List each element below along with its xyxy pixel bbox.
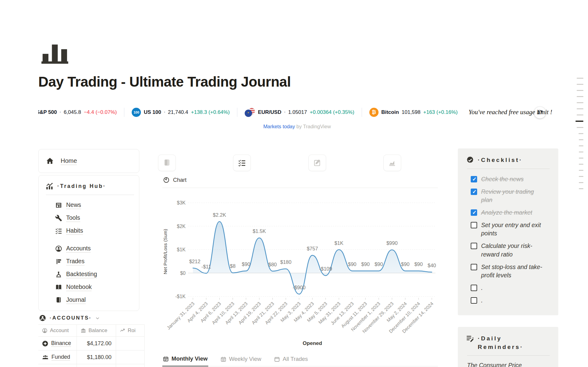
ticker-price: 6,045.8 [64,109,81,115]
notebook-label[interactable]: Notebook [66,283,92,291]
checkbox[interactable] [471,176,477,182]
svg-text:-$109: -$109 [319,266,332,272]
outline-dash[interactable] [579,182,583,183]
table-row-binance[interactable]: Binance $4,172.00 [38,337,145,350]
outline-dash[interactable] [577,96,583,97]
page-outline-indicator[interactable] [575,78,583,194]
outline-dash[interactable] [577,90,583,91]
sidebar-item-backtesting[interactable]: Backtesting [55,268,139,281]
ticker-price: 21,740.4 [168,109,188,115]
tab-all-trades[interactable]: All Trades [273,354,308,366]
outline-dash[interactable] [579,164,583,165]
checklist-item-label: . [481,296,483,305]
page-bar-chart-icon[interactable] [41,42,69,65]
tab-monthly-view[interactable]: Monthly View [162,354,208,366]
markets-today-link[interactable]: Markets today [263,124,295,129]
home-label[interactable]: Home [61,157,77,165]
checkbox[interactable] [471,285,477,291]
ticker-us100[interactable]: 100 US 100 • 21,740.4 +138.3 (+0.64%) [124,108,237,117]
sidebar-item-trades[interactable]: Trades [55,255,139,268]
outline-dash[interactable] [579,188,583,189]
svg-text:$90: $90 [414,261,423,267]
sidebar-item-journal[interactable]: Journal [55,294,139,306]
sidebar-item-notebook[interactable]: Notebook [55,281,139,294]
outline-dash[interactable] [579,170,583,171]
table-row-partial[interactable] [38,364,145,367]
journal-book-icon [55,297,62,304]
ticker-symbol: S&P 500 [38,109,57,115]
outline-dash[interactable] [577,114,583,115]
ticker-eurusd[interactable]: EUR/USD • 1.05017 +0.00364 (+0.35%) [237,108,362,117]
checklist-item: Check the news [471,175,550,184]
sidebar-item-tools[interactable]: Tools [55,212,139,224]
account-link[interactable]: Binance [51,340,71,347]
outline-dash[interactable] [579,158,583,159]
journal-label[interactable]: Journal [66,296,86,304]
ticker-attribution: Markets today by TradingView [38,124,556,129]
tools-label[interactable]: Tools [66,214,80,222]
checkbox[interactable] [471,264,477,270]
home-icon [46,157,54,165]
checkbox[interactable] [471,222,477,228]
backtesting-label[interactable]: Backtesting [66,271,97,278]
ticker-price: 1.05017 [288,109,307,115]
checkbox[interactable] [471,297,477,304]
calendar-week-icon [221,356,226,362]
journal-view-button[interactable] [158,155,176,171]
outline-dash[interactable] [579,139,583,140]
outline-dash-current[interactable] [575,121,583,122]
checklist-item: Set your entry and exit points [471,221,550,238]
svg-text:-$11: -$11 [201,264,211,269]
outline-dash[interactable] [579,176,583,177]
outline-dash[interactable] [577,78,583,79]
free-usage-limit-notice: You've reached free usage limit ! [469,108,552,116]
compose-view-button[interactable] [308,155,326,171]
checkbox[interactable] [471,209,477,216]
accounts-section-toggle[interactable]: ·ACCOUNTS· [39,314,100,322]
reminder-text: The Consumer Price [467,362,550,367]
svg-text:June 13, 2023: June 13, 2023 [330,301,355,326]
column-header-account[interactable]: Account [38,325,77,336]
column-header-balance[interactable]: Balance [77,325,116,336]
svg-text:Net Profit/Loss (Sum): Net Profit/Loss (Sum) [163,229,168,274]
svg-text:$1K: $1K [334,240,343,246]
outline-dash[interactable] [577,102,583,103]
svg-text:$990: $990 [386,240,398,246]
news-label[interactable]: News [66,201,81,209]
bitcoin-logo-icon: ₿ [369,108,379,117]
outline-dash[interactable] [577,127,583,128]
habits-label[interactable]: Habits [66,227,83,235]
checkbox[interactable] [471,189,477,195]
ticker-sp500[interactable]: S&P 500 • 6,045.8 −4.4 (−0.07%) [38,109,124,115]
sidebar-item-habits[interactable]: Habits [55,224,139,237]
outline-dash[interactable] [579,152,583,152]
checklist-view-button[interactable] [233,155,251,171]
trades-label[interactable]: Trades [66,258,85,265]
svg-text:$1K: $1K [177,247,186,252]
net-profit-loss-chart[interactable]: $3K$2K$1K$0-$1K$212-$11$2.2K$8$90$1.5K$8… [162,192,438,351]
svg-text:$757: $757 [307,246,318,251]
table-row-funded[interactable]: Funded $1,180.00 [38,350,145,364]
chart-section-header[interactable]: Chart [163,177,187,183]
ticker-bitcoin[interactable]: ₿ Bitcoin 101,598 +163 (+0.16%) [362,108,465,117]
outline-dash[interactable] [577,84,583,85]
account-link[interactable]: Funded [51,354,70,361]
sidebar-item-home[interactable]: Home [38,149,139,173]
tab-weekly-view[interactable]: Weekly View [220,354,262,366]
habits-checklist-icon [55,227,62,234]
trending-chart-icon [120,328,125,333]
outline-dash[interactable] [579,133,583,134]
checkbox[interactable] [471,243,477,249]
sidebar-item-accounts[interactable]: Accounts [55,242,139,255]
open-book-icon [55,284,62,291]
checklist-header: ·Checklist· [466,156,550,164]
outline-dash[interactable] [577,108,583,109]
ticker-symbol: US 100 [144,109,161,115]
sidebar-item-news[interactable]: News [55,199,139,212]
column-label: Account [50,328,69,334]
people-group-icon [42,354,49,361]
chart-view-button[interactable] [383,155,401,171]
accounts-label[interactable]: Accounts [66,245,91,253]
outline-dash[interactable] [579,145,583,146]
column-header-roi[interactable]: Roi [116,325,145,336]
